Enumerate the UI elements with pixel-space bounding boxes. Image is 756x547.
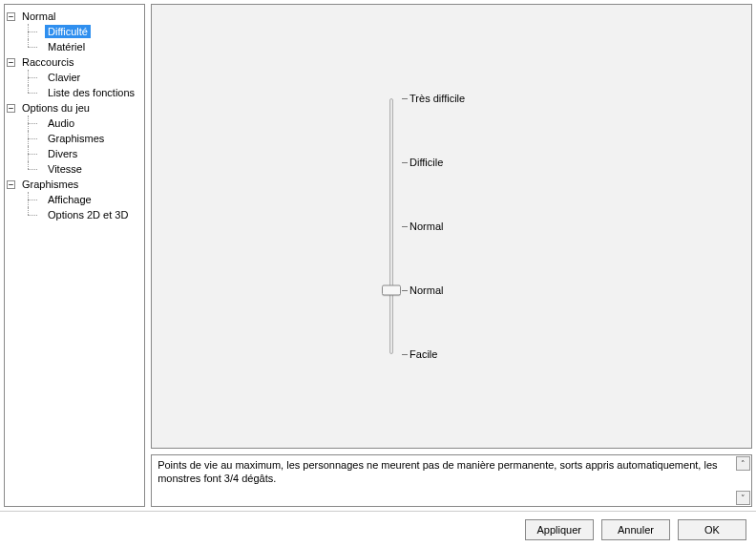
tree-node-audio[interactable]: Audio [7,116,142,131]
tree-node-label: Matériel [45,40,88,53]
ok-button[interactable]: OK [678,519,746,540]
tree-node-label: Raccourcis [19,55,76,69]
tree-node-label: Affichage [45,193,94,206]
dialog-button-bar: Appliquer Annuler OK [0,511,756,547]
tree-node-label: Difficulté [45,25,91,38]
collapse-icon[interactable]: − [7,58,15,67]
tree-node-raccourcis[interactable]: − Raccourcis [7,54,142,70]
difficulty-slider[interactable] [379,93,404,360]
tree-node-label: Vitesse [45,162,85,176]
tree-node-graphismes-sub[interactable]: Graphismes [7,131,142,146]
options-tree[interactable]: − Normal Difficulté [4,4,145,507]
tree-node-options-jeu[interactable]: − Options du jeu [7,100,142,116]
tree-node-materiel[interactable]: Matériel [7,39,142,54]
tree-node-vitesse[interactable]: Vitesse [7,161,142,177]
tree-node-label: Clavier [45,71,83,84]
tree-node-label: Liste des fonctions [45,86,137,99]
tree-node-options-2d3d[interactable]: Options 2D et 3D [7,207,142,222]
tree-node-label: Graphismes [45,132,107,145]
tree-node-label: Options 2D et 3D [45,208,131,221]
tree-node-affichage[interactable]: Affichage [7,192,142,207]
tree-node-label: Divers [45,147,80,160]
description-text: Points de vie au maximum, les personnage… [152,455,735,506]
cancel-button[interactable]: Annuler [601,519,670,540]
tree-node-label: Audio [45,116,77,130]
collapse-icon[interactable]: − [7,104,15,113]
slider-thumb[interactable] [382,285,401,296]
slider-label: Normal [410,284,443,296]
collapse-icon[interactable]: − [7,12,15,21]
slider-label: Difficile [410,157,443,168]
slider-label: Normal [410,221,443,232]
tree-node-divers[interactable]: Divers [7,146,142,161]
tree-node-label: Graphismes [19,178,81,191]
apply-button[interactable]: Appliquer [525,519,594,540]
collapse-icon[interactable]: − [7,180,15,189]
difficulty-panel: Très difficile Difficile Normal Normal F… [151,4,752,449]
slider-label: Facile [410,348,437,360]
tree-node-clavier[interactable]: Clavier [7,70,142,85]
tree-node-label: Normal [19,10,58,23]
tree-node-difficulte[interactable]: Difficulté [7,24,142,39]
slider-label: Très difficile [410,93,465,104]
scroll-up-icon[interactable]: ˄ [736,456,750,471]
tree-node-liste-fonctions[interactable]: Liste des fonctions [7,85,142,100]
description-panel: Points de vie au maximum, les personnage… [151,454,752,507]
scroll-down-icon[interactable]: ˅ [736,491,750,505]
tree-node-normal[interactable]: − Normal [7,9,142,24]
tree-node-graphismes[interactable]: − Graphismes [7,177,142,192]
tree-node-label: Options du jeu [19,101,93,115]
